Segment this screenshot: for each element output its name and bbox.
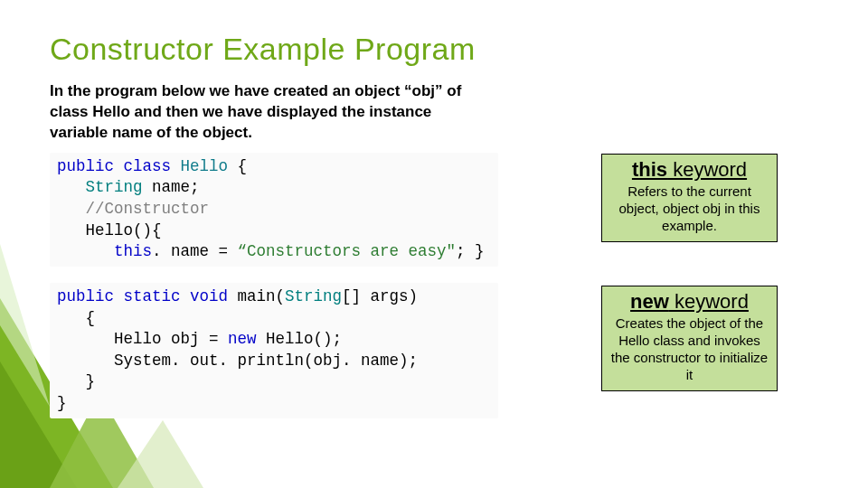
code-block-class-definition: public class Hello { String name; //Cons… [50, 153, 498, 267]
callout-body: Refers to the current object, object obj… [608, 183, 771, 234]
intro-paragraph: In the program below we have created an … [50, 81, 475, 144]
callout-title: new keyword [608, 290, 771, 314]
slide-content: Constructor Example Program In the progr… [50, 32, 832, 470]
callout-body: Creates the object of the Hello class an… [608, 315, 771, 383]
callout-sidebar: this keyword Refers to the current objec… [601, 154, 778, 435]
callout-this-keyword: this keyword Refers to the current objec… [601, 154, 778, 242]
slide-title: Constructor Example Program [50, 32, 832, 67]
callout-title: this keyword [608, 158, 771, 182]
callout-new-keyword: new keyword Creates the object of the He… [601, 286, 778, 391]
svg-marker-3 [0, 244, 50, 407]
code-block-main-method: public static void main(String[] args) {… [50, 283, 498, 418]
